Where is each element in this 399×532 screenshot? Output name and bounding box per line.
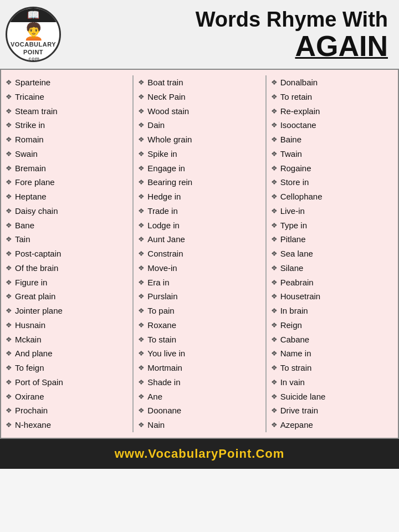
footer: www.VocabularyPoint.Com (0, 439, 399, 469)
diamond-icon: ❖ (271, 221, 278, 231)
word-text: Steam train (15, 105, 58, 117)
column-2: ❖Boat train❖Neck Pain❖Wood stain❖Dain❖Wh… (134, 75, 266, 432)
list-item: ❖Aunt Jane (138, 232, 260, 247)
list-item: ❖Donalbain (271, 75, 393, 90)
list-item: ❖Fore plane (6, 175, 128, 190)
word-text: Move-in (147, 262, 177, 274)
diamond-icon: ❖ (138, 335, 145, 345)
word-text: Heptane (15, 191, 47, 203)
list-item: ❖You live in (138, 346, 260, 361)
word-text: Tricaine (15, 91, 44, 103)
word-text: Ane (147, 391, 162, 403)
diamond-icon: ❖ (138, 177, 145, 188)
list-item: ❖Name in (271, 346, 393, 361)
diamond-icon: ❖ (6, 349, 12, 359)
diamond-icon: ❖ (6, 177, 12, 188)
diamond-icon: ❖ (6, 406, 12, 416)
diamond-icon: ❖ (271, 406, 278, 416)
word-text: Boat train (147, 76, 183, 89)
diamond-icon: ❖ (6, 363, 12, 374)
diamond-icon: ❖ (6, 335, 12, 345)
diamond-icon: ❖ (6, 377, 12, 388)
diamond-icon: ❖ (6, 192, 12, 202)
list-item: ❖Sea lane (271, 247, 393, 261)
list-item: ❖Cabane (271, 332, 393, 347)
diamond-icon: ❖ (6, 278, 12, 288)
word-text: Husnain (15, 319, 45, 331)
diamond-icon: ❖ (138, 377, 145, 388)
word-text: Isooctane (280, 119, 316, 131)
diamond-icon: ❖ (271, 163, 278, 174)
diamond-icon: ❖ (271, 106, 278, 117)
word-text: Mortmain (147, 362, 182, 374)
list-item: ❖Type in (271, 218, 393, 233)
word-text: Aunt Jane (147, 233, 185, 245)
word-text: Hedge in (147, 191, 181, 203)
list-item: ❖Live-in (271, 204, 393, 218)
logo: 📖 🧑‍🦱 VOCABULARY POINT .com (6, 7, 61, 62)
list-item: ❖Constrain (138, 247, 260, 261)
logo-line2: POINT (11, 49, 56, 56)
list-item: ❖Twain (271, 147, 393, 161)
list-item: ❖Nain (138, 418, 260, 432)
list-item: ❖Prochain (6, 403, 128, 418)
list-item: ❖Move-in (138, 261, 260, 275)
word-text: Daisy chain (15, 205, 58, 217)
title-block: Words Rhyme With AGAIN (70, 8, 388, 60)
diamond-icon: ❖ (138, 192, 145, 202)
word-text: Bane (15, 219, 34, 232)
word-text: Swain (15, 148, 38, 160)
diamond-icon: ❖ (271, 192, 278, 202)
list-item: ❖Suicide lane (271, 390, 393, 404)
diamond-icon: ❖ (6, 206, 12, 217)
word-text: Silane (280, 262, 304, 274)
word-text: Azepane (280, 419, 313, 431)
list-item: ❖Bane (6, 218, 128, 233)
list-item: ❖Port of Spain (6, 375, 128, 390)
list-item: ❖Re-explain (271, 104, 393, 119)
diamond-icon: ❖ (138, 106, 145, 117)
footer-url: www.VocabularyPoint.Com (115, 447, 285, 461)
diamond-icon: ❖ (6, 120, 12, 131)
word-text: Strike in (15, 119, 45, 131)
list-item: ❖Heptane (6, 190, 128, 204)
title-line1: Words Rhyme With (70, 8, 388, 32)
list-item: ❖Mckain (6, 332, 128, 347)
diamond-icon: ❖ (271, 177, 278, 188)
diamond-icon: ❖ (271, 263, 278, 274)
list-item: ❖Reign (271, 318, 393, 332)
word-text: Fore plane (15, 176, 55, 188)
diamond-icon: ❖ (271, 149, 278, 160)
word-text: And plane (15, 347, 53, 360)
diamond-icon: ❖ (6, 106, 12, 117)
word-text: To pain (147, 305, 174, 317)
word-text: Cellophane (280, 191, 323, 203)
word-text: Nain (147, 419, 165, 431)
list-item: ❖Mortmain (138, 361, 260, 375)
list-item: ❖Doonane (138, 403, 260, 418)
diamond-icon: ❖ (271, 335, 278, 345)
list-item: ❖N-hexane (6, 418, 128, 432)
list-item: ❖Housetrain (271, 289, 393, 304)
diamond-icon: ❖ (6, 392, 12, 402)
list-item: ❖Steam train (6, 104, 128, 119)
list-item: ❖Of the brain (6, 261, 128, 275)
word-text: Era in (147, 277, 169, 289)
word-text: Oxirane (15, 391, 44, 403)
word-text: Baine (280, 134, 301, 146)
list-item: ❖Wood stain (138, 104, 260, 119)
list-item: ❖Great plain (6, 289, 128, 304)
word-text: Constrain (147, 248, 183, 260)
list-item: ❖Lodge in (138, 218, 260, 233)
list-item: ❖Figure in (6, 275, 128, 290)
diamond-icon: ❖ (271, 78, 278, 88)
diamond-icon: ❖ (271, 306, 278, 316)
list-item: ❖Store in (271, 175, 393, 190)
column-1: ❖Sparteine❖Tricaine❖Steam train❖Strike i… (1, 75, 134, 432)
word-text: Trade in (147, 205, 177, 217)
diamond-icon: ❖ (271, 206, 278, 217)
diamond-icon: ❖ (271, 120, 278, 131)
list-item: ❖To retain (271, 90, 393, 104)
list-item: ❖Roxane (138, 318, 260, 332)
word-text: Lodge in (147, 219, 180, 232)
